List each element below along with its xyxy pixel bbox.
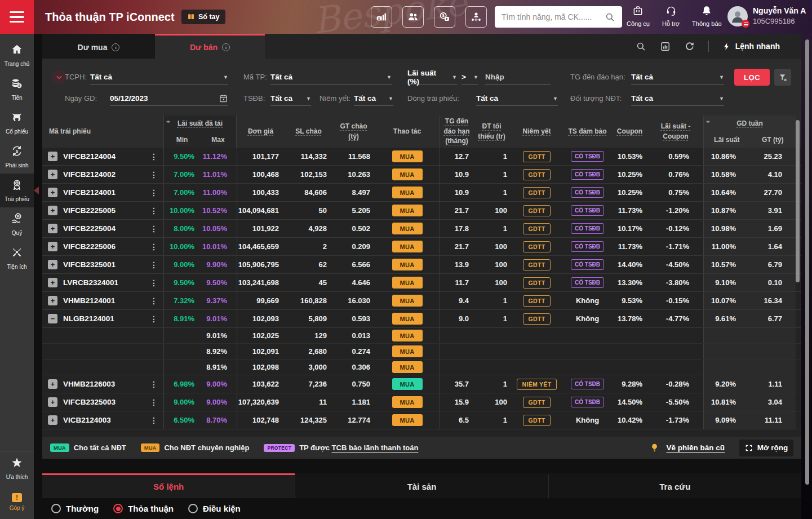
buy-button[interactable]: MUA <box>392 361 423 373</box>
bottom-tab-sổ-lệnh[interactable]: Sổ lệnh <box>42 473 295 498</box>
header-nav-headset[interactable]: Hỗ trợ <box>662 5 680 27</box>
user-account[interactable]: Nguyễn Văn A 105C995186 <box>727 6 806 26</box>
col-header-code[interactable]: Mã trái phiếu <box>42 116 163 148</box>
buy-button[interactable]: MUA <box>392 205 423 216</box>
rate-type-dropdown[interactable]: Lãi suất (%)▼ <box>407 70 457 85</box>
expand-row-button[interactable]: + <box>48 206 57 215</box>
chart-icon[interactable] <box>660 41 671 52</box>
sidebar-item-derivative[interactable]: $Phái sinh <box>0 140 34 174</box>
info-icon[interactable]: i <box>112 43 119 51</box>
tab-du-ban[interactable]: Dư bán i <box>155 34 265 59</box>
bottom-tab-tra-cứu[interactable]: Tra cứu <box>548 473 801 498</box>
row-menu-icon[interactable]: ⋮ <box>150 260 163 269</box>
column-resize-icon[interactable]: ◂▸ <box>706 119 709 124</box>
col-header-value[interactable]: GT chào (tỷ) <box>332 116 375 148</box>
search-input[interactable] <box>502 12 600 21</box>
buy-button[interactable]: MUA <box>392 295 423 307</box>
order-type-radio-thỏa-thuận[interactable]: Thỏa thuận <box>113 504 174 513</box>
col-header-qty[interactable]: SL chào <box>285 116 332 148</box>
refresh-icon[interactable] <box>684 41 695 52</box>
header-nav-toolbox[interactable]: Công cụ <box>627 5 650 27</box>
col-header-maturity[interactable]: TG đến đáo hạn (tháng) <box>440 116 473 148</box>
buy-button[interactable]: MUA <box>392 414 423 426</box>
row-menu-icon[interactable]: ⋮ <box>150 398 163 407</box>
rate-group-label[interactable]: Lãi suất đã tái <box>178 119 223 127</box>
row-menu-icon[interactable]: ⋮ <box>150 416 163 425</box>
col-header-week-rate[interactable]: Lãi suất <box>704 136 750 144</box>
sidebar-item-feedback[interactable]: !Góp ý <box>0 485 34 519</box>
row-menu-icon[interactable]: ⋮ <box>150 296 163 305</box>
sidebar-item-home[interactable]: Trang chủ <box>0 38 34 72</box>
row-menu-icon[interactable]: ⋮ <box>150 224 163 233</box>
bottom-tab-tài-sản[interactable]: Tài sản <box>295 473 548 498</box>
row-menu-icon[interactable]: ⋮ <box>150 278 163 287</box>
order-type-radio-điều-kiện[interactable]: Điều kiện <box>188 504 241 513</box>
rate-operator-dropdown[interactable]: >▼ <box>462 70 478 85</box>
sidebar-item-coins[interactable]: $Tiền <box>0 72 34 106</box>
sidebar-item-bull[interactable]: Cổ phiếu <box>0 106 34 140</box>
calendar-icon[interactable] <box>219 94 228 103</box>
investor-type-dropdown[interactable]: Tất cả▼ <box>631 91 724 106</box>
col-header-collateral[interactable]: TS đảm bảo <box>563 116 611 148</box>
buy-button[interactable]: MUA <box>392 345 423 357</box>
expand-row-button[interactable]: + <box>48 170 57 179</box>
row-menu-icon[interactable]: ⋮ <box>150 206 163 215</box>
expand-row-button[interactable]: + <box>48 260 57 269</box>
old-version-link[interactable]: Về phiên bản cũ <box>666 443 725 452</box>
col-header-min-invest[interactable]: ĐT tối thiểu (tr) <box>473 116 510 148</box>
collateral-dropdown[interactable]: Tất cả▼ <box>270 91 311 106</box>
buy-button[interactable]: MUA <box>392 223 423 234</box>
col-header-min[interactable]: Min <box>164 136 200 144</box>
search-icon[interactable] <box>605 12 615 23</box>
col-header-price[interactable]: Đơn giá <box>237 116 285 148</box>
hamburger-menu-button[interactable] <box>0 0 34 34</box>
buy-button[interactable]: MUA <box>392 396 423 408</box>
column-resize-icon[interactable]: ◂▸ <box>166 119 170 124</box>
row-menu-icon[interactable]: ⋮ <box>150 152 163 161</box>
handbook-badge[interactable]: Sổ tay <box>181 10 225 24</box>
expand-table-button[interactable]: Mở rộng <box>739 440 793 456</box>
copier-network-button[interactable]: $ <box>465 6 487 28</box>
col-header-action[interactable]: Thao tác <box>375 116 440 148</box>
quick-order-button[interactable]: Lệnh nhanh <box>722 41 780 52</box>
buy-button[interactable]: MUA <box>392 259 423 270</box>
row-menu-icon[interactable]: ⋮ <box>150 242 163 251</box>
expand-row-button[interactable]: + <box>48 415 57 425</box>
col-header-coupon[interactable]: Coupon <box>611 116 648 148</box>
order-type-radio-thường[interactable]: Thường <box>51 504 99 513</box>
search-icon[interactable] <box>636 41 646 52</box>
tab-du-mua[interactable]: Dư mua i <box>42 34 155 59</box>
buy-button[interactable]: MUA <box>392 330 423 341</box>
buy-button[interactable]: MUA <box>392 187 423 198</box>
week-group-label[interactable]: GD tuần <box>736 119 763 127</box>
expand-row-button[interactable]: + <box>48 278 57 287</box>
rate-input[interactable]: Nhập <box>485 70 551 85</box>
buy-button[interactable]: MUA <box>392 150 423 162</box>
sidebar-item-bond-medal[interactable]: Trái phiếu <box>0 174 34 207</box>
row-menu-icon[interactable]: ⋮ <box>150 188 163 197</box>
sidebar-item-favorites[interactable]: Ưa thích <box>0 451 34 485</box>
expand-row-button[interactable]: + <box>48 242 57 251</box>
market-chart-button[interactable]: $ <box>371 6 392 28</box>
table-scrollbar[interactable] <box>796 120 800 282</box>
col-header-listing[interactable]: Niêm yết <box>510 116 563 148</box>
expand-row-button[interactable]: + <box>48 188 57 197</box>
buy-button[interactable]: MUA <box>392 168 423 180</box>
col-header-max[interactable]: Max <box>200 136 236 144</box>
community-button[interactable] <box>402 6 424 28</box>
bond-line-dropdown[interactable]: Tất cả▼ <box>476 91 558 106</box>
col-header-spread[interactable]: Lãi suất - Coupon <box>648 116 703 148</box>
expand-row-button[interactable]: + <box>48 397 57 407</box>
expand-row-button[interactable]: + <box>48 152 57 161</box>
tcph-dropdown[interactable]: Tất cả▼ <box>90 70 228 85</box>
legend-link[interactable]: TCB bảo lãnh thanh toán <box>332 443 419 452</box>
collapse-row-button[interactable]: − <box>48 314 57 323</box>
trade-date-field[interactable]: 05/12/2023 <box>110 91 228 106</box>
expand-row-button[interactable]: + <box>48 224 57 233</box>
row-menu-icon[interactable]: ⋮ <box>150 314 163 323</box>
maturity-dropdown[interactable]: Tất cả▼ <box>631 70 724 85</box>
bond-code-dropdown[interactable]: Tất cả▼ <box>270 70 392 85</box>
expand-row-button[interactable]: + <box>48 296 57 305</box>
buy-button[interactable]: MUA <box>392 313 423 325</box>
video-finance-button[interactable]: $ <box>434 6 455 28</box>
